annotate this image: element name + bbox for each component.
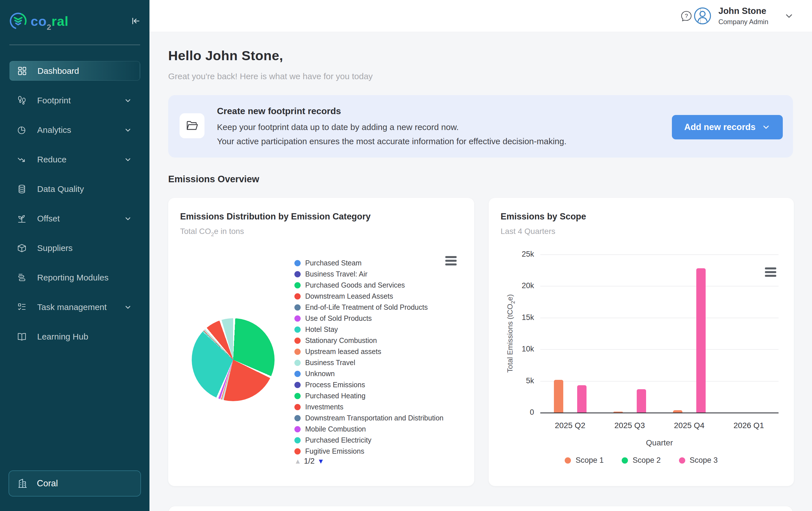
legend-item[interactable]: Scope 1 [565,455,604,466]
chevron-down-icon [783,10,795,22]
y-tick-label: 5k [500,376,534,385]
y-axis-title: Total Emissions (tCO2e) [506,254,515,412]
sprout-icon [16,213,28,224]
x-tick-label: 2025 Q4 [660,421,719,430]
coral-logo-icon [9,12,27,30]
coral-logo-text: co2ral [31,14,69,29]
banner-title: Create new footprint records [217,106,341,116]
legend-item[interactable]: Stationary Combustion [294,335,443,346]
y-tick-label: 0 [500,408,534,417]
legend-dot [294,349,301,355]
org-label: Coral [37,478,58,489]
pie-legend: Purchased SteamBusiness Travel: AirPurch… [294,258,443,457]
legend-page-indicator: 1/2 [304,457,315,465]
sidebar-item-reduce[interactable]: Reduce [9,150,140,169]
create-records-banner: Create new footprint records Keep your f… [168,95,793,158]
sidebar-collapse-icon[interactable] [130,15,142,27]
open-book-icon [16,331,28,342]
user-avatar-icon [692,5,713,27]
cube-icon [16,242,28,254]
legend-label: Purchased Heating [305,392,366,400]
legend-item[interactable]: Process Emissions [294,379,443,391]
page-title: Hello John Stone, [168,48,283,63]
legend-label: Fugitive Emissions [305,447,364,455]
x-axis-labels: 2025 Q22025 Q32025 Q42026 Q1 [540,421,779,430]
section-title: Emissions Overview [168,174,259,185]
bar-scope-1-2025-q3 [613,412,623,412]
emissions-category-card: Emissions Distribution by Emission Categ… [168,198,474,486]
user-menu[interactable]: John Stone Company Admin [692,5,795,27]
help-icon[interactable]: ? [680,10,693,23]
add-new-records-button[interactable]: Add new records [672,115,783,139]
sidebar-item-learning-hub[interactable]: Learning Hub [9,327,140,346]
x-tick-label: 2026 Q1 [719,421,779,430]
sidebar-item-suppliers[interactable]: Suppliers [9,238,140,258]
legend-item[interactable]: Fugitive Emissions [294,446,443,457]
legend-dot [294,326,301,333]
sidebar-item-footprint[interactable]: Footprint [9,90,140,110]
legend-item[interactable]: Scope 3 [679,455,718,466]
chart-menu-icon[interactable] [445,256,457,265]
emissions-scope-card: Emissions by Scope Last 4 Quarters Total… [489,198,794,486]
legend-item[interactable]: Business Travel: Air [294,269,443,279]
legend-item[interactable]: Scope 2 [622,455,661,466]
sidebar-item-task-management[interactable]: Task management [9,297,140,317]
x-axis-line [540,412,779,413]
sidebar-item-data-quality[interactable]: Data Quality [9,179,140,199]
legend-dot [294,393,301,399]
legend-item[interactable]: Purchased Heating [294,391,443,401]
legend-item[interactable]: Upstream leased assets [294,346,443,357]
legend-item[interactable]: Downstream Transportation and Distributi… [294,412,443,424]
legend-item[interactable]: Hotel Stay [294,324,443,335]
card-title: Emissions Distribution by Emission Categ… [180,212,371,222]
main-content: ? John Stone Company Admin Hello John St… [149,0,812,511]
database-icon [16,183,28,195]
sidebar-nav: Dashboard Footprint Analytics [9,61,140,356]
legend-item[interactable]: Use of Sold Products [294,313,443,324]
x-tick-label: 2025 Q3 [600,421,660,430]
chevron-down-icon [124,96,132,105]
sidebar-item-offset[interactable]: Offset [9,209,140,228]
bar-scope-3-2025-q4 [696,268,706,412]
sidebar-item-reporting-modules[interactable]: Reporting Modules [9,268,140,287]
legend-label: Scope 1 [576,456,604,465]
legend-dot [294,260,301,266]
sidebar-item-label: Learning Hub [37,332,88,342]
legend-page-up-icon[interactable]: ▲ [294,457,301,465]
card-subtitle: Total CO2e in tons [180,227,244,236]
legend-label: Unknown [305,370,335,378]
bar-group [600,389,660,412]
sidebar-item-label: Task management [37,302,107,312]
legend-dot [294,448,301,455]
bar-scope-1-2025-q2 [554,380,563,412]
legend-label: Purchased Goods and Services [305,281,405,289]
legend-item[interactable]: Unknown [294,368,443,379]
legend-page-down-icon[interactable]: ▼ [317,457,324,465]
sidebar-item-dashboard[interactable]: Dashboard [9,61,140,81]
trend-down-icon [16,154,28,165]
page-subtitle: Great you're back! Here is what we have … [168,72,373,81]
legend-item[interactable]: Business Travel [294,357,443,368]
legend-item[interactable]: Purchased Electricity [294,435,443,446]
legend-item[interactable]: Purchased Goods and Services [294,279,443,291]
legend-pagination: ▲ 1/2 ▼ [294,457,324,465]
legend-dot [294,415,301,421]
legend-dot [679,457,685,464]
sidebar-divider [9,45,140,45]
dashboard-grid-icon [17,65,28,77]
bar-scope-3-2025-q2 [577,385,586,412]
chevron-down-icon [124,303,132,312]
legend-dot [294,293,301,299]
bar-group [540,380,600,412]
legend-item[interactable]: Investments [294,401,443,412]
legend-item[interactable]: Purchased Steam [294,258,443,269]
org-switcher[interactable]: Coral [8,470,141,496]
sidebar-item-analytics[interactable]: Analytics [9,120,140,140]
pie-chart [192,318,274,401]
legend-label: Downstream Leased Assets [305,292,393,300]
legend-item[interactable]: Downstream Leased Assets [294,291,443,302]
sidebar-item-label: Offset [37,214,60,223]
legend-item[interactable]: Mobile Combustion [294,424,443,435]
legend-item[interactable]: End-of-Life Treatment of Sold Products [294,302,443,313]
y-tick-label: 10k [500,345,534,353]
